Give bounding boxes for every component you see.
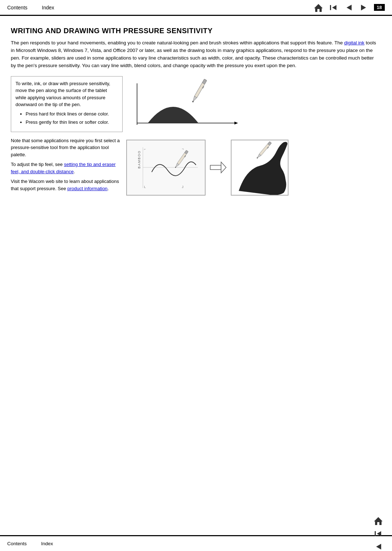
top-nav-right: 18: [312, 1, 385, 14]
instruction-box-text: To write, ink, or draw with pressure sen…: [16, 81, 110, 108]
visit-paragraph: Visit the Wacom web site to learn about …: [11, 178, 123, 192]
svg-text:BAMBOO: BAMBOO: [137, 150, 141, 169]
svg-text:⌐: ⌐: [144, 147, 146, 151]
tip-feel-paragraph: To adjust the tip feel, see setting the …: [11, 161, 123, 175]
bottom-home-icon-btn[interactable]: [372, 514, 385, 527]
digital-ink-link[interactable]: digital ink: [344, 40, 364, 45]
first-page-icon: [329, 3, 339, 13]
svg-rect-1: [330, 5, 331, 10]
home-icon: [313, 3, 323, 13]
top-nav-bar: Contents Index 18: [0, 0, 392, 16]
bottom-index-link[interactable]: Index: [41, 541, 53, 546]
bottom-prev-page-icon-btn[interactable]: [372, 540, 385, 551]
left-column: To write, ink, or draw with pressure sen…: [11, 76, 126, 195]
bottom-illustration-row: BAMBOO ⌐ ¬ L J: [126, 140, 289, 196]
top-illustration: [126, 76, 256, 134]
bottom-nav-left: Contents Index: [7, 541, 372, 546]
instruction-box: To write, ink, or draw with pressure sen…: [11, 76, 123, 132]
arrow-svg: [209, 158, 227, 176]
svg-marker-3: [347, 5, 352, 10]
pen-hill-svg: [126, 76, 256, 134]
tablet-illustration: BAMBOO ⌐ ¬ L J: [126, 140, 206, 196]
svg-text:¬: ¬: [182, 147, 184, 151]
svg-marker-26: [221, 162, 226, 173]
top-index-link[interactable]: Index: [42, 5, 54, 10]
svg-marker-7: [234, 122, 238, 124]
arrow-illustration: [209, 158, 227, 176]
top-nav-left: Contents Index: [7, 5, 312, 10]
next-page-icon: [359, 3, 369, 13]
svg-marker-35: [376, 544, 381, 550]
top-contents-link[interactable]: Contents: [7, 5, 27, 10]
svg-marker-32: [374, 517, 383, 525]
product-info-link[interactable]: product information: [67, 186, 107, 191]
bottom-nav-bar: Contents Index 18: [0, 535, 392, 551]
next-page-icon-btn[interactable]: [357, 1, 370, 14]
page-title: WRITING AND DRAWING WITH PRESSURE SENSIT…: [11, 27, 378, 35]
prev-page-icon: [344, 3, 354, 13]
intro-paragraph: The pen responds to your hand movements,…: [11, 39, 378, 70]
svg-marker-2: [332, 5, 336, 10]
result-illustration: [231, 140, 289, 196]
svg-marker-34: [377, 531, 381, 536]
bullet-list: Press hard for thick lines or dense colo…: [16, 110, 118, 126]
prev-page-icon-btn[interactable]: [342, 1, 355, 14]
page-number-badge: 18: [374, 4, 385, 11]
two-col-layout: To write, ink, or draw with pressure sen…: [11, 76, 378, 196]
svg-marker-0: [314, 4, 323, 12]
svg-rect-33: [375, 531, 376, 536]
svg-text:J: J: [182, 185, 183, 189]
main-content: WRITING AND DRAWING WITH PRESSURE SENSIT…: [0, 16, 392, 206]
svg-text:L: L: [144, 185, 146, 189]
bottom-first-page-icon: [373, 529, 383, 539]
svg-marker-4: [361, 5, 366, 10]
tip-feel-text-end: .: [74, 169, 75, 174]
tablet-svg: BAMBOO ⌐ ¬ L J: [127, 140, 205, 196]
svg-rect-25: [210, 165, 221, 170]
bottom-first-page-icon-btn[interactable]: [372, 527, 385, 540]
bottom-prev-page-icon: [373, 542, 383, 551]
first-page-icon-btn[interactable]: [327, 1, 340, 14]
bottom-home-icon: [373, 516, 383, 526]
bullet-item-2: Press gently for thin lines or softer co…: [26, 119, 118, 126]
visit-text-end: .: [107, 186, 109, 191]
result-svg: [232, 140, 289, 196]
bullet-item-1: Press hard for thick lines or dense colo…: [26, 110, 118, 118]
home-icon-btn[interactable]: [312, 1, 325, 14]
tip-feel-text-before: To adjust the tip feel, see: [11, 162, 64, 167]
bottom-nav-right: 18: [372, 514, 385, 551]
bottom-contents-link[interactable]: Contents: [7, 541, 27, 546]
right-column: BAMBOO ⌐ ¬ L J: [126, 76, 378, 196]
note-paragraph: Note that some applications require you …: [11, 137, 123, 158]
intro-text-before-link: The pen responds to your hand movements,…: [11, 40, 344, 45]
